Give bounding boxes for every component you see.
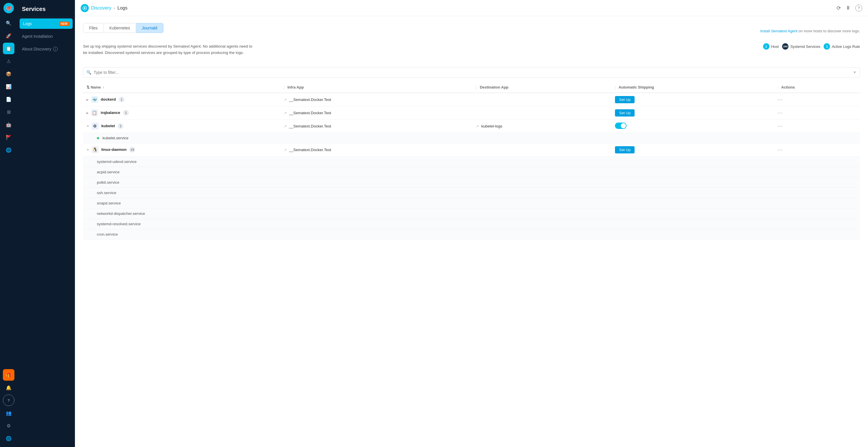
polkit-cell: polkit.service [83,177,860,187]
cron-cell: cron.service [83,229,860,239]
irqbalance-dest-cell [473,106,612,119]
ssh-name: ssh.service [97,190,117,195]
discovery-breadcrumb-icon [81,4,89,12]
flag-icon[interactable]: 🚩 [3,131,14,143]
team-icon[interactable]: 👥 [3,407,14,419]
rocket-icon[interactable]: 🚀 [3,30,14,41]
sidebar-item-logs[interactable]: Logs NEW [20,19,73,29]
stat-host: 1 Host [763,43,779,50]
row-systemd-resolved: systemd-resolved.service [83,218,860,229]
linux-daemon-dest-cell [473,143,612,156]
refresh-button[interactable]: ⟳ [837,5,841,11]
app-logo[interactable]: 🐙 [3,3,14,13]
search-icon[interactable]: 🔍 [3,17,14,29]
sidebar-item-agent-installation[interactable]: Agent Installation [17,30,75,43]
pause-button[interactable]: ⏸ [845,5,851,11]
snapd-name: snapd.service [97,201,121,205]
col-name[interactable]: ⇅ Name ↑ [83,82,280,93]
chart-icon[interactable]: 📊 [3,81,14,92]
row-irqbalance: ▶ 📋 irqbalance 1 ↗ __Sematext.Docker.Tes… [83,106,860,119]
dockerd-more-button[interactable]: ··· [778,97,783,102]
linux-daemon-setup-button[interactable]: Set Up [615,146,634,153]
header-actions: ⟳ ⏸ ? [837,5,862,11]
sidebar-item-about-discovery[interactable]: About Discovery i [17,43,75,55]
irqbalance-more-button[interactable]: ··· [778,110,783,116]
acpid-cell: acpid.service [83,167,860,177]
linux-daemon-actions-cell: ··· [774,143,860,156]
dockerd-setup-button[interactable]: Set Up [615,96,634,103]
kubelet-dest-ext-icon[interactable]: ↗ [476,124,479,128]
row-polkit: polkit.service [83,177,860,187]
dockerd-count: 1 [119,97,124,102]
active-logs-count: 1 [824,43,830,50]
filter-input[interactable] [83,67,860,78]
row-linux-daemon: ▼ 🐧 linux-daemon 19 ↗ __Sematext.Docker.… [83,143,860,156]
breadcrumb-parent[interactable]: Discovery [91,5,111,11]
row-cron: cron.service [83,229,860,239]
dockerd-icon: 🐳 [91,96,98,103]
systemd-udevd-cell: systemd-udevd.service [83,156,860,167]
row-networkd-dispatcher: networkd-dispatcher.service [83,208,860,218]
logs-icon[interactable]: 📋 [3,43,14,54]
kubelet-infra-app: __Sematext.Docker.Test [289,124,331,128]
help-circle-icon[interactable]: ? [3,394,14,406]
dockerd-ext-link-icon[interactable]: ↗ [284,98,287,102]
systemd-count: 244 [782,43,788,50]
linux-daemon-name: linux-daemon [101,147,126,152]
help-button[interactable]: ? [855,5,862,11]
docs-icon[interactable]: 📄 [3,93,14,105]
dockerd-shipping-cell: Set Up [612,93,774,107]
linux-daemon-toggle-icon[interactable]: ▼ [87,148,89,151]
row-systemd-udevd: systemd-udevd.service [83,156,860,167]
filter-search-icon: 🔍 [87,70,91,75]
row-ssh: ssh.service [83,187,860,198]
install-agent-link[interactable]: Install Sematext Agent [760,29,797,33]
dockerd-actions-cell: ··· [774,93,860,107]
settings-icon[interactable]: ⚙ [3,420,14,431]
bell-icon[interactable]: 🔔 [3,382,14,393]
active-logs-label: Active Logs Rule [832,44,860,49]
archive-icon[interactable]: 📦 [3,68,14,80]
dockerd-toggle-icon[interactable]: ▶ [87,98,89,101]
tab-journald[interactable]: Journald [136,23,163,33]
irqbalance-count: 1 [123,110,129,116]
kubelet-toggle-switch[interactable] [615,123,626,129]
irqbalance-shipping-cell: Set Up [612,106,774,119]
irqbalance-ext-link-icon[interactable]: ↗ [284,111,287,115]
filter-input-wrap: 🔍 ▼ [83,67,860,78]
networkd-cell: networkd-dispatcher.service [83,208,860,218]
linux-daemon-name-cell: ▼ 🐧 linux-daemon 19 [83,143,280,156]
filter-row: 🔍 ▼ [83,67,860,78]
bot-icon[interactable]: 🤖 [3,119,14,130]
globe-icon[interactable]: 🌐 [3,144,14,156]
irqbalance-name: irqbalance [101,111,120,115]
tab-kubernetes[interactable]: Kubernetes [104,23,136,33]
kubelet-ext-link-icon[interactable]: ↗ [284,124,287,128]
linux-daemon-ext-link-icon[interactable]: ↗ [284,148,287,152]
row-kubelet: ▼ ⚙ kubelet 1 ↗ __Sematext.Docker.Test ↗… [83,119,860,133]
cron-name: cron.service [97,232,118,236]
linux-daemon-more-button[interactable]: ··· [778,147,783,153]
systemd-resolved-name: systemd-resolved.service [97,222,141,226]
irqbalance-toggle-icon[interactable]: ▶ [87,111,89,115]
kubelet-service-status-dot [97,137,99,139]
kubelet-child-cell: kubelet.service [83,133,860,143]
globe2-icon[interactable]: 🌐 [3,433,14,444]
dockerd-name: dockerd [101,97,116,101]
tab-files[interactable]: Files [83,23,104,33]
top-header: Discovery › Logs ⟳ ⏸ ? [75,0,868,16]
kubelet-toggle-icon[interactable]: ▼ [87,125,89,128]
irqbalance-setup-button[interactable]: Set Up [615,109,634,117]
kubelet-infra-cell: ↗ __Sematext.Docker.Test [280,119,473,133]
row-dockerd: ▶ 🐳 dockerd 1 ↗ __Sematext.Docker.Test S… [83,93,860,107]
gift-icon[interactable]: 🎁 [3,369,14,381]
alert-icon[interactable]: ⚠ [3,55,14,67]
kubelet-count: 1 [118,123,123,129]
about-discovery-info-icon: i [53,47,58,51]
tab-group: Files Kubernetes Journald [83,23,163,33]
scan-icon[interactable]: ⊞ [3,106,14,118]
systemd-resolved-cell: systemd-resolved.service [83,218,860,229]
kubelet-more-button[interactable]: ··· [778,123,783,129]
col-automatic-shipping: Automatic Shipping [612,82,774,93]
host-label: Host [771,44,779,49]
